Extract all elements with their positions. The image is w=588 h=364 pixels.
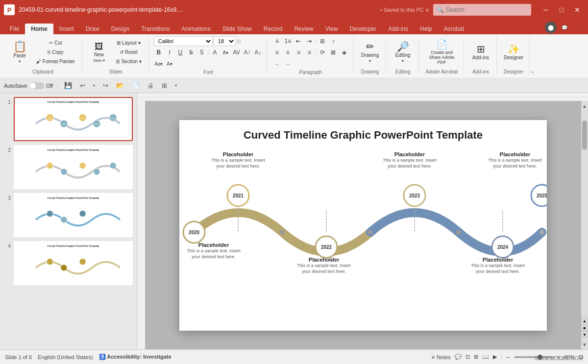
- highlight2-button[interactable]: A▾: [165, 59, 174, 69]
- cut-button[interactable]: ✂ Cut: [33, 39, 78, 47]
- font-size-select[interactable]: 18: [214, 36, 236, 46]
- redo-qa-button[interactable]: ↪: [101, 81, 110, 90]
- text-direction-button[interactable]: ⟳: [318, 48, 327, 57]
- toggle-switch[interactable]: [29, 82, 44, 89]
- slide-thumb-1[interactable]: Curved Timeline Graphic PowerPoint Templ…: [14, 97, 133, 141]
- tab-record[interactable]: Record: [258, 24, 289, 34]
- tab-slideshow[interactable]: Slide Show: [217, 24, 258, 34]
- align-center-button[interactable]: ≡: [283, 48, 293, 57]
- copy-button[interactable]: ⎘ Copy: [33, 48, 78, 56]
- addins-button[interactable]: ⊞ Add-ins: [469, 38, 492, 67]
- tab-help[interactable]: Help: [414, 24, 438, 34]
- tab-developer[interactable]: Developer: [344, 24, 383, 34]
- layout-button[interactable]: ⊞ Layout ▾: [113, 39, 145, 47]
- underline-button[interactable]: U: [175, 48, 185, 57]
- save-qa-button[interactable]: 💾: [62, 81, 74, 90]
- rtl-button[interactable]: ←: [272, 59, 282, 69]
- slide-thumb-2[interactable]: Curved Timeline Graphic PowerPoint Templ…: [14, 145, 133, 189]
- tab-transitions[interactable]: Transitions: [135, 24, 175, 34]
- tab-home[interactable]: Home: [25, 24, 53, 34]
- italic-button[interactable]: I: [165, 48, 174, 57]
- format-painter-button[interactable]: 🖌 Format Painter: [33, 57, 78, 66]
- tab-design[interactable]: Design: [105, 24, 135, 34]
- tab-view[interactable]: View: [319, 24, 344, 34]
- reset-button[interactable]: ↺ Reset: [113, 48, 145, 56]
- view-reading-button[interactable]: 📖: [482, 354, 489, 360]
- decrease-indent-button[interactable]: ⇤: [294, 36, 303, 46]
- new-slide-button[interactable]: 🖼 New Slide ▾: [87, 38, 111, 67]
- justify-button[interactable]: ≡: [304, 48, 314, 57]
- accessibility[interactable]: ♿ Accessibility: Investigate: [99, 354, 172, 360]
- fontcase-button[interactable]: Aa▾: [154, 59, 164, 69]
- close-button[interactable]: ✕: [570, 3, 584, 17]
- notes-button[interactable]: ≡ Notes: [432, 354, 451, 360]
- ltr-button[interactable]: →: [283, 59, 293, 69]
- slide-thumb-3[interactable]: Curved Timeline Graphic PowerPoint Templ…: [14, 193, 133, 237]
- slide-thumb-wrapper-2: 2 Curved Timeline Graphic PowerPoint Tem…: [4, 145, 133, 189]
- increase-indent-button[interactable]: ⇥: [304, 36, 314, 46]
- share-btn[interactable]: ↑: [572, 22, 584, 33]
- adobe-button[interactable]: 📄 Create and Share Adobe PDF: [425, 38, 459, 67]
- slide-panel: 1 Curved Timeline Graphic PowerPoint Tem…: [0, 93, 137, 349]
- font-family-select[interactable]: Calibri: [154, 36, 213, 46]
- bullets-button[interactable]: ≡: [272, 36, 282, 46]
- maximize-button[interactable]: □: [555, 3, 568, 17]
- paste-arrow: ▾: [19, 59, 21, 64]
- scroll-top-button[interactable]: ▲: [582, 318, 588, 324]
- view-slide-button[interactable]: ⊞: [474, 354, 478, 360]
- slide-thumb-4[interactable]: Curved Timeline Graphic PowerPoint Templ…: [14, 241, 133, 285]
- align-right-button[interactable]: ≡: [294, 48, 303, 57]
- tab-animations[interactable]: Animations: [175, 24, 216, 34]
- scroll-mid-button[interactable]: ■: [582, 325, 588, 331]
- section-button[interactable]: ☰ Section ▾: [113, 57, 145, 66]
- view-normal-button[interactable]: ⊡: [466, 354, 470, 360]
- text-align-button[interactable]: ⊠: [328, 48, 338, 57]
- new-qa-button[interactable]: 📄: [130, 81, 142, 90]
- tab-file[interactable]: File: [4, 24, 25, 34]
- new-slide-icon: 🖼: [95, 42, 103, 51]
- scroll-down-button[interactable]: ▼: [582, 340, 587, 349]
- tab-insert[interactable]: Insert: [53, 24, 80, 34]
- scrollbar-vertical[interactable]: ▲ ▲ ■ ▼ ▼: [581, 101, 588, 349]
- fontcolor-button[interactable]: A: [210, 48, 220, 57]
- tab-acrobat[interactable]: Acrobat: [438, 24, 470, 34]
- customize-qa-button[interactable]: ⊞: [160, 81, 169, 90]
- comments-status-button[interactable]: 💬: [455, 354, 462, 360]
- scrollbar-thumb[interactable]: [582, 121, 587, 150]
- columns-button[interactable]: ⊞: [318, 36, 327, 46]
- fontsize-increase-button[interactable]: A↑: [242, 48, 252, 57]
- folder-qa-button[interactable]: 📂: [114, 81, 126, 90]
- tab-review[interactable]: Review: [288, 24, 319, 34]
- charspacing-button[interactable]: AV: [231, 48, 241, 57]
- tab-draw[interactable]: Draw: [80, 24, 105, 34]
- smartart-button[interactable]: ◈: [339, 48, 349, 57]
- editing-button[interactable]: 🔎 Editing ▾: [391, 38, 415, 67]
- highlight-button[interactable]: A▾: [220, 48, 230, 57]
- zoom-out-button[interactable]: ─: [506, 354, 510, 360]
- ribbon-expand[interactable]: ▾: [531, 36, 535, 74]
- drawing-button[interactable]: ✏ Drawing ▾: [358, 38, 382, 67]
- paste-button[interactable]: 📋 Paste ▾: [8, 38, 31, 67]
- fontsize-decrease-button[interactable]: A↓: [253, 48, 263, 57]
- more-qa-button[interactable]: ▾: [173, 82, 179, 89]
- canvas-main[interactable]: Curved Timeline Graphic PowerPoint Templ…: [145, 101, 581, 349]
- undo-dropdown-button[interactable]: ▾: [91, 82, 97, 89]
- designer-button[interactable]: ✨ Designer: [502, 38, 525, 67]
- strikethrough-button[interactable]: S̶: [186, 48, 196, 57]
- circle-btn[interactable]: ⬤: [545, 22, 557, 33]
- shadow-button[interactable]: S: [197, 48, 207, 57]
- scroll-bottom-button[interactable]: ▼: [582, 332, 588, 338]
- view-presentation-button[interactable]: ▶: [493, 354, 497, 360]
- bold-button[interactable]: B: [154, 48, 164, 57]
- tab-addins[interactable]: Add-ins: [382, 24, 414, 34]
- search-input[interactable]: [433, 4, 531, 16]
- line-spacing-button[interactable]: ↕: [328, 36, 338, 46]
- minimize-button[interactable]: ─: [539, 3, 553, 17]
- print-qa-button[interactable]: 🖨: [146, 81, 156, 90]
- scroll-up-button[interactable]: ▲: [582, 101, 587, 111]
- align-left-button[interactable]: ≡: [272, 48, 282, 57]
- numbering-button[interactable]: 1≡: [283, 36, 293, 46]
- slide-thumb-inner-4: Curved Timeline Graphic PowerPoint Templ…: [15, 242, 132, 284]
- undo-qa-button[interactable]: ↩: [78, 81, 87, 90]
- comments-btn[interactable]: 💬: [559, 22, 570, 33]
